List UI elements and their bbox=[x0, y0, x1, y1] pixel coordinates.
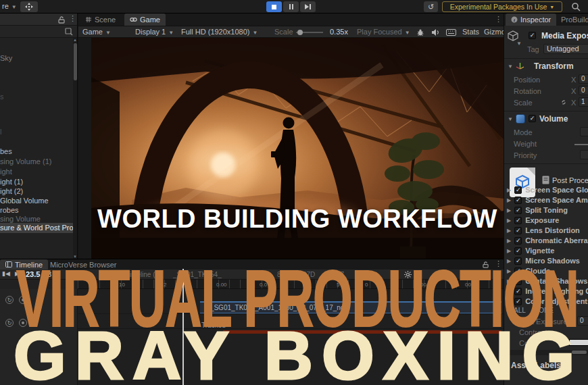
override-row[interactable]: ▶✓Split Toning bbox=[507, 206, 568, 214]
debug-bug-icon[interactable] bbox=[416, 28, 424, 36]
resolution-dropdown[interactable]: Full HD (1920x1080)▼ bbox=[181, 28, 258, 36]
hierarchy-item[interactable]: ight (1) bbox=[0, 178, 23, 186]
audio-mute-icon[interactable] bbox=[431, 28, 440, 36]
move-tool-button[interactable] bbox=[20, 1, 38, 12]
override-checkbox[interactable]: ✓ bbox=[514, 227, 522, 234]
tab-probuilder[interactable]: ProBuild bbox=[556, 14, 588, 26]
hierarchy-item[interactable]: ight (2) bbox=[0, 187, 23, 195]
stats-button[interactable]: Stats bbox=[462, 28, 479, 36]
track-mute-button[interactable]: ↻ bbox=[5, 296, 14, 304]
kebab-menu-icon[interactable]: ⋮ bbox=[495, 15, 502, 24]
priority-field[interactable] bbox=[580, 150, 588, 159]
override-row[interactable]: ▶✓Exposure bbox=[507, 216, 559, 224]
hierarchy-toolbar bbox=[0, 26, 78, 38]
foldout-icon[interactable]: ▶ bbox=[507, 228, 511, 234]
gizmos-dropdown[interactable]: Gizmos bbox=[484, 28, 504, 36]
tab-scene[interactable]: Scene bbox=[80, 14, 121, 26]
tab-inspector[interactable]: i Inspector bbox=[506, 14, 556, 26]
hierarchy-item[interactable]: s bbox=[0, 93, 4, 101]
experimental-packages-badge[interactable]: Experimental Packages In Use ▼ bbox=[442, 1, 562, 12]
hierarchy-item[interactable]: sing Volume (1) bbox=[0, 157, 51, 165]
scale-x-field[interactable]: 1 bbox=[579, 97, 588, 107]
game-tabstrip: Scene Game ⋮ bbox=[78, 14, 504, 26]
profile-file-icon bbox=[542, 176, 549, 184]
override-checkbox[interactable]: ✓ bbox=[514, 247, 522, 255]
axis-x-label: X bbox=[571, 87, 576, 95]
override-checkbox[interactable]: ✓ bbox=[514, 186, 522, 194]
mode-dropdown[interactable] bbox=[580, 127, 588, 136]
override-checkbox[interactable]: ✓ bbox=[514, 237, 522, 245]
foldout-icon[interactable]: ▶ bbox=[507, 248, 511, 254]
weight-label: Weight bbox=[514, 140, 537, 148]
foldout-icon[interactable]: ▶ bbox=[507, 187, 511, 193]
chevron-down-icon: ▼ bbox=[105, 30, 111, 36]
active-checkbox[interactable]: ✓ bbox=[529, 32, 536, 39]
game-mode-dropdown[interactable]: ​Game▼ bbox=[82, 28, 111, 36]
display-dropdown[interactable]: Display 1▼ bbox=[135, 28, 174, 36]
step-button[interactable] bbox=[300, 1, 316, 12]
override-row[interactable]: ▶✓Screen Space Global Illumination bbox=[507, 186, 588, 194]
hierarchy-item[interactable]: Global Volume bbox=[0, 197, 49, 205]
volume-checkbox[interactable]: ✓ bbox=[529, 115, 536, 122]
pause-button[interactable] bbox=[283, 1, 299, 12]
prev-key-icon[interactable]: ▮◀ bbox=[2, 270, 10, 277]
play-focused-dropdown[interactable]: Play Focused▼ bbox=[357, 28, 410, 36]
hierarchy-item[interactable]: l bbox=[0, 128, 1, 136]
foldout-icon[interactable]: ▼ bbox=[508, 63, 513, 70]
foldout-icon[interactable]: ▶ bbox=[507, 197, 511, 203]
hierarchy-item[interactable]: Sky bbox=[0, 54, 12, 62]
position-label: Position bbox=[514, 76, 540, 84]
tab-game[interactable]: Game bbox=[124, 14, 166, 26]
picker-icon[interactable] bbox=[65, 28, 73, 36]
hierarchy-tree: Sky s l bes sing Volume (1) ight ight (1… bbox=[0, 38, 73, 259]
foldout-icon[interactable]: ▼ bbox=[508, 116, 513, 122]
override-row[interactable]: ▶✓Screen Space Ambient Occlusion bbox=[507, 196, 588, 204]
undo-history-button[interactable]: ↺ bbox=[424, 1, 438, 12]
foldout-icon[interactable]: ▶ bbox=[507, 217, 511, 224]
position-x-field[interactable]: 0 bbox=[579, 74, 588, 84]
timeline-icon bbox=[5, 261, 12, 267]
hierarchy-item-selected[interactable]: sure & World Post Pro bbox=[0, 223, 73, 233]
tag-label: Tag bbox=[527, 45, 539, 53]
scene-grid-icon bbox=[85, 16, 92, 23]
scale-slider[interactable] bbox=[296, 32, 323, 33]
foldout-icon[interactable]: ▶ bbox=[507, 207, 511, 213]
keyboard-icon[interactable] bbox=[446, 29, 456, 36]
inspector-tabstrip: i Inspector ProBuild bbox=[504, 14, 588, 26]
chevron-down-icon[interactable]: ▼ bbox=[516, 41, 522, 47]
foldout-icon[interactable]: ▶ bbox=[507, 238, 511, 244]
hierarchy-scrollbar[interactable]: ▲ ▼ bbox=[73, 38, 78, 259]
track-mute-button[interactable]: ↻ bbox=[5, 319, 14, 327]
tag-dropdown[interactable]: Untagged bbox=[543, 44, 588, 54]
search-icon[interactable] bbox=[571, 2, 581, 11]
gameobject-name[interactable]: Media Expos bbox=[541, 31, 588, 41]
rotation-label: Rotation bbox=[514, 87, 541, 95]
hierarchy-item[interactable]: ight bbox=[0, 168, 12, 176]
override-checkbox[interactable]: ✓ bbox=[514, 217, 522, 224]
play-button[interactable] bbox=[266, 1, 282, 12]
title-gray-boxing: GRAY BOXING bbox=[14, 322, 583, 385]
hierarchy-item[interactable]: bes bbox=[0, 147, 12, 155]
axis-x-label: X bbox=[571, 76, 576, 84]
game-panel: Scene Game ⋮ ​Game▼ Display 1▼ Full HD (… bbox=[78, 14, 504, 259]
hierarchy-item[interactable]: sing Volume bbox=[0, 215, 41, 223]
hierarchy-item[interactable]: robes bbox=[0, 206, 19, 214]
game-view-icon bbox=[130, 16, 137, 23]
override-row[interactable]: ▶✓Lens Distortion bbox=[507, 226, 580, 234]
lock-icon[interactable] bbox=[58, 16, 65, 24]
weight-slider[interactable] bbox=[574, 144, 588, 145]
link-icon[interactable] bbox=[560, 99, 568, 105]
override-row[interactable]: ▶✓Chromatic Aberration bbox=[507, 236, 588, 245]
context-dropdown[interactable]: re▼ bbox=[2, 2, 17, 10]
scale-slider-handle[interactable] bbox=[297, 30, 303, 35]
rotation-x-field[interactable]: 0 bbox=[579, 86, 588, 95]
scroll-up-icon[interactable]: ▲ bbox=[73, 38, 77, 42]
scale-label: Scale bbox=[274, 28, 293, 36]
svg-text:i: i bbox=[514, 18, 515, 23]
scrollbar-thumb[interactable] bbox=[74, 43, 77, 80]
kebab-menu-icon[interactable]: ⋮ bbox=[69, 14, 76, 23]
profile-name[interactable]: Post Process bbox=[552, 176, 588, 184]
override-checkbox[interactable]: ✓ bbox=[514, 207, 522, 214]
chevron-down-icon: ▼ bbox=[549, 5, 554, 9]
override-checkbox[interactable]: ✓ bbox=[514, 197, 522, 204]
